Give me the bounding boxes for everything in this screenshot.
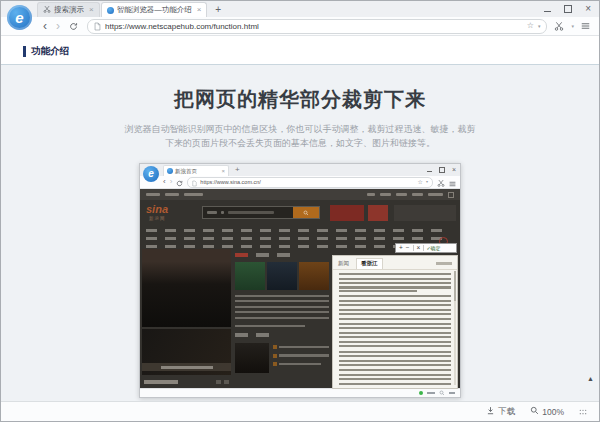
url-field[interactable]: https://www.netscapehub.com/function.htm… bbox=[87, 19, 547, 34]
section-title: 功能介绍 bbox=[23, 45, 69, 58]
magnifier-icon bbox=[530, 406, 539, 417]
inner-tab-strip: 新浪首页 × + × bbox=[140, 164, 460, 176]
inner-minimize-button bbox=[427, 171, 432, 172]
article-paragraph bbox=[339, 273, 451, 289]
hot-products-row bbox=[144, 380, 229, 384]
feature-screenshot: e 新浪首页 × + × ‹ › bbox=[139, 163, 461, 398]
sina-search-button bbox=[293, 207, 319, 218]
sina-logo: sina bbox=[146, 204, 168, 215]
inner-url-field: https://www.sina.com.cn/ ☆ ▾ bbox=[187, 177, 433, 188]
article-tab-zhejiang: 看浙江 bbox=[356, 258, 383, 269]
clip-cancel-button: × bbox=[414, 245, 424, 252]
inner-close-button: × bbox=[452, 166, 456, 173]
article-date-placeholder bbox=[436, 262, 452, 265]
mid-column-tabs-2 bbox=[235, 333, 269, 337]
page-icon bbox=[94, 17, 101, 35]
section-accent-bar bbox=[23, 46, 26, 57]
clip-confirm-button: ✓确定 bbox=[424, 245, 442, 251]
inner-tab-close-icon: × bbox=[221, 168, 225, 174]
new-tab-button[interactable]: + bbox=[215, 4, 221, 15]
sina-logo-sub: 新浪网 bbox=[149, 216, 166, 221]
status-dot-icon bbox=[419, 391, 423, 395]
bottom-thumbnail bbox=[235, 343, 269, 373]
page-description: 浏览器自动智能识别网页中的信息区块，你也可以手动调整，裁剪过程迅速、敏捷，裁剪下… bbox=[121, 122, 479, 150]
address-bar: ‹ › https://www.netscapehub.com/function… bbox=[1, 17, 599, 36]
inner-address-bar: ‹ › https://www.sina.com.cn/ ☆ ▾ bbox=[140, 176, 460, 189]
clip-scissors-icon[interactable] bbox=[554, 17, 564, 35]
zoom-control[interactable]: 100% bbox=[530, 406, 564, 417]
chevron-down-icon[interactable]: ▾ bbox=[571, 24, 574, 29]
clip-zoom-in-button: + bbox=[396, 245, 406, 252]
window-controls: × bbox=[544, 4, 591, 14]
ad-banner bbox=[394, 205, 456, 221]
section-title-text: 功能介绍 bbox=[31, 45, 69, 58]
sina-search-box bbox=[202, 206, 320, 219]
inner-favicon-icon bbox=[167, 168, 173, 174]
ad-banner bbox=[368, 205, 388, 221]
inner-back-icon: ‹ bbox=[163, 178, 166, 186]
download-icon bbox=[486, 406, 495, 417]
toolbar-icons: ▾ bbox=[554, 17, 590, 35]
news-photo-car bbox=[142, 249, 231, 327]
download-button[interactable]: 下载 bbox=[486, 406, 515, 418]
clip-toolbar: + − × ✓确定 bbox=[395, 243, 457, 253]
inner-maximize-button bbox=[439, 167, 445, 173]
tab-function-intro[interactable]: 智能浏览器—功能介绍 × bbox=[101, 2, 208, 17]
photo-caption bbox=[142, 363, 231, 371]
inner-page-dimmed: sina 新浪网 bbox=[140, 189, 460, 389]
inner-url-text: https://www.sina.com.cn/ bbox=[200, 179, 414, 185]
article-paragraph bbox=[339, 295, 451, 320]
back-to-top-button[interactable]: ▲ bbox=[587, 375, 594, 382]
clip-selection-panel: 新闻 看浙江 bbox=[332, 255, 458, 389]
sina-logo-row: sina 新浪网 bbox=[144, 203, 456, 225]
forward-icon[interactable]: › bbox=[56, 20, 60, 32]
bookmark-star-icon[interactable]: ☆ bbox=[527, 22, 534, 30]
inner-forward-icon: › bbox=[170, 178, 173, 186]
article-tabs: 新闻 看浙江 bbox=[333, 256, 457, 270]
status-bar: 下载 100% bbox=[1, 401, 599, 421]
article-scrollbar-thumb bbox=[454, 271, 456, 301]
minimize-button[interactable] bbox=[544, 11, 551, 12]
article-paragraph bbox=[339, 351, 451, 371]
ranked-list bbox=[273, 345, 329, 371]
inner-browser-logo-icon: e bbox=[143, 166, 159, 182]
browser-logo-icon: e bbox=[7, 5, 32, 30]
page-header: 功能介绍 bbox=[1, 36, 599, 64]
tab-close-icon[interactable]: × bbox=[197, 6, 202, 14]
ad-banner bbox=[330, 205, 364, 221]
mid-thumbnails bbox=[235, 262, 329, 290]
article-paragraph bbox=[339, 374, 451, 386]
zoom-level: 100% bbox=[542, 407, 564, 417]
tab-label: 搜索演示 bbox=[54, 5, 84, 15]
article-paragraph-end bbox=[339, 290, 417, 292]
chevron-down-icon[interactable]: ▾ bbox=[538, 24, 541, 29]
mid-text-line bbox=[235, 325, 305, 327]
mid-column-tabs bbox=[235, 253, 290, 257]
tab-strip: 搜索演示 × 智能浏览器—功能介绍 × + bbox=[37, 1, 221, 17]
article-tab-news: 新闻 bbox=[338, 260, 349, 269]
tab-close-icon[interactable]: × bbox=[89, 6, 94, 14]
tab-search-demo[interactable]: 搜索演示 × bbox=[37, 2, 100, 17]
menu-icon[interactable] bbox=[581, 22, 590, 30]
scissors-icon bbox=[43, 5, 51, 15]
apps-grid-icon[interactable] bbox=[579, 407, 587, 417]
mid-text-lines bbox=[235, 295, 329, 321]
url-text: https://www.netscapehub.com/function.htm… bbox=[105, 22, 523, 31]
tab-label: 智能浏览器—功能介绍 bbox=[117, 5, 192, 15]
page-content: 把网页的精华部分裁剪下来 浏览器自动智能识别网页中的信息区块，你也可以手动调整，… bbox=[1, 65, 599, 402]
inner-status-bar bbox=[140, 388, 460, 397]
download-label: 下载 bbox=[498, 406, 515, 418]
back-icon[interactable]: ‹ bbox=[43, 20, 47, 32]
maximize-button[interactable] bbox=[564, 5, 572, 13]
refresh-icon[interactable] bbox=[69, 17, 78, 35]
inner-window-controls: × bbox=[427, 166, 456, 173]
browser-window: e 搜索演示 × 智能浏览器—功能介绍 × + × ‹ › bbox=[0, 0, 600, 422]
site-favicon-icon bbox=[107, 7, 114, 14]
sina-top-nav bbox=[140, 189, 460, 200]
close-button[interactable]: × bbox=[585, 4, 591, 14]
inner-bookmark-star-icon: ☆ bbox=[418, 179, 423, 185]
nav-buttons: ‹ › bbox=[43, 17, 78, 35]
news-photo-interior bbox=[142, 329, 231, 375]
inner-chevron-down-icon: ▾ bbox=[426, 180, 428, 184]
inner-new-tab-button: + bbox=[235, 165, 240, 174]
